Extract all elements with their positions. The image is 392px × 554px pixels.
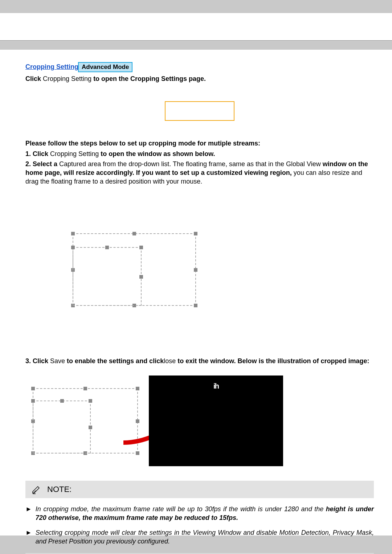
step1-c: to open the window as shown below. [101, 150, 215, 157]
step3-a: Click [33, 357, 48, 365]
advanced-mode-badge: Advanced Mode [78, 62, 132, 72]
triangle-bullet-icon: ► [25, 528, 32, 546]
placeholder-box [165, 101, 234, 121]
blackbox-label: ih [149, 382, 283, 390]
steps-intro: Please follow the steps below to set up … [25, 139, 374, 148]
note1-a: In cropping mdoe, the maximum frame rate… [36, 505, 326, 513]
handle-icon [89, 426, 92, 429]
step1-a: Click [33, 150, 48, 157]
intro-name: Cropping Setting [41, 75, 93, 82]
step3-c: to exit the window. Below is the illustr… [176, 357, 369, 365]
note-title: NOTE: [47, 485, 72, 494]
illustration-row: ih [25, 376, 374, 466]
step3-save: Save [48, 357, 67, 365]
handle-icon [136, 451, 139, 455]
page: VIVOTEK Cropping Setting Advanced Mode C… [0, 13, 392, 535]
note-item-2: ► Selecting cropping mode will clear the… [25, 528, 374, 546]
page-footer: User's Manual - 69 [323, 516, 375, 523]
note-item-1: ► In cropping mdoe, the maximum frame ra… [25, 505, 374, 522]
step-1: 1. Click Cropping Setting to open the wi… [25, 149, 374, 158]
handle-icon [194, 232, 197, 235]
step-3: 3. Click Save to enable the settings and… [25, 357, 374, 365]
crop-figure-1 [73, 233, 196, 306]
step3-close: lose [164, 357, 176, 365]
handle-icon [71, 232, 75, 235]
handle-icon [31, 387, 35, 390]
step-2: 2. Select a Captured area from the drop-… [25, 160, 374, 186]
handle-icon [139, 275, 143, 279]
crop-figure-2 [33, 388, 138, 454]
crop-inner-frame [33, 401, 91, 454]
cropping-setting-link[interactable]: Cropping Setting [25, 63, 78, 70]
handle-icon [89, 399, 92, 403]
step2-a: Select a [33, 160, 57, 168]
section-heading: Cropping Setting Advanced Mode [25, 62, 374, 72]
intro-line: Click Cropping Setting to open the Cropp… [25, 74, 374, 83]
step2-b: Captured area from the drop-down list. T… [57, 160, 323, 168]
crop-inner-frame [73, 247, 142, 306]
pencil-icon [31, 484, 41, 495]
step1-num: 1. [25, 150, 31, 157]
handle-icon [31, 399, 35, 403]
intro-click: Click [25, 75, 41, 82]
handle-icon [136, 387, 139, 390]
note2-text: Selecting cropping mode will clear the s… [36, 528, 374, 546]
note-bar: NOTE: [25, 481, 374, 498]
handle-icon [136, 419, 139, 423]
cropped-output-box: ih [149, 376, 283, 466]
note-list: ► In cropping mdoe, the maximum frame ra… [25, 505, 374, 546]
handle-icon [194, 304, 197, 307]
step1-b: Cropping Setting [48, 150, 101, 157]
handle-icon [71, 246, 75, 249]
triangle-bullet-icon: ► [25, 505, 32, 522]
header-band [0, 40, 392, 50]
content-area: Cropping Setting Advanced Mode Click Cro… [25, 62, 374, 554]
handle-icon [194, 268, 197, 272]
handle-icon [83, 387, 87, 390]
intro-rest: to open the Cropping Settings page. [93, 75, 206, 82]
step2-num: 2. [25, 160, 31, 168]
handle-icon [132, 232, 136, 235]
handle-icon [60, 399, 64, 403]
step3-num: 3. [25, 357, 31, 365]
handle-icon [105, 246, 109, 249]
brand-logo: VIVOTEK [337, 31, 375, 41]
handle-icon [139, 246, 143, 249]
step3-b: to enable the settings and click [67, 357, 164, 365]
